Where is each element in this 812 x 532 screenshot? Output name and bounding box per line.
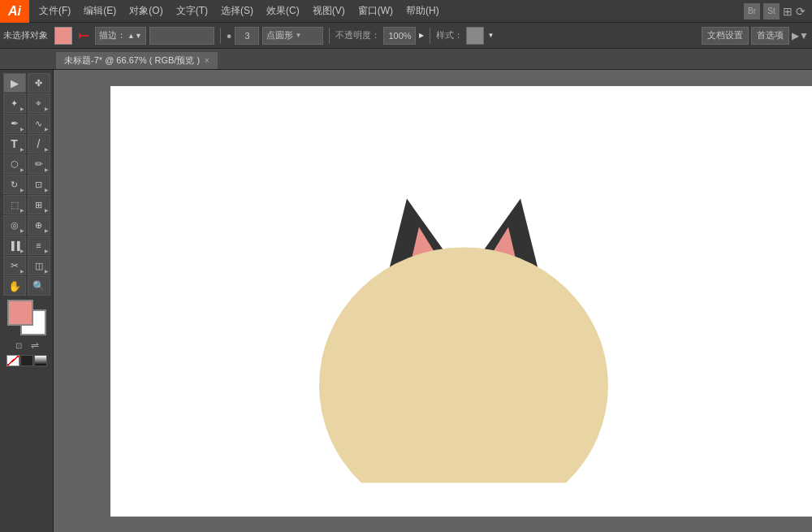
style-label: 样式： bbox=[436, 29, 463, 41]
default-colors-icon[interactable]: ⊡ bbox=[11, 339, 26, 352]
doc-tabs: 未标题-7* @ 66.67% ( RGB/预览 ) × bbox=[0, 49, 812, 70]
main-area: ▶ ✤ ✦ ▶ ⌖ ▶ ✒ ▶ ∿ ▶ bbox=[0, 70, 812, 532]
paintbrush-tool[interactable]: ✏ ▶ bbox=[28, 154, 50, 174]
column-graph-tool[interactable]: ▐▐ ▶ bbox=[3, 236, 26, 255]
bridge-icon[interactable]: Br bbox=[744, 3, 760, 19]
style-arrow: ▼ bbox=[487, 32, 494, 39]
toolbar-end: 文档设置 首选项 ▶▼ bbox=[702, 27, 809, 45]
canvas-area[interactable] bbox=[54, 70, 812, 532]
color-mode-row bbox=[6, 355, 47, 366]
brush-type-dropdown[interactable]: 点圆形 ▼ bbox=[262, 27, 323, 45]
zoom-tool[interactable]: 🔍 bbox=[28, 276, 50, 296]
select-tool[interactable]: ▶ bbox=[3, 73, 26, 93]
menu-view[interactable]: 视图(V) bbox=[306, 1, 352, 21]
blend-tool[interactable]: ◎ ▶ bbox=[3, 215, 26, 235]
cat-svg bbox=[301, 134, 626, 483]
separator-3 bbox=[430, 28, 430, 44]
stock-icon[interactable]: St bbox=[763, 3, 780, 19]
doc-tab-close[interactable]: × bbox=[205, 56, 209, 65]
type-tool[interactable]: T ▶ bbox=[3, 134, 26, 154]
curvature-tool[interactable]: ∿ ▶ bbox=[28, 114, 50, 133]
separator-1 bbox=[220, 28, 221, 44]
grid-icon[interactable]: ⊞ bbox=[783, 5, 793, 18]
menu-items: 文件(F) 编辑(E) 对象(O) 文字(T) 选择(S) 效果(C) 视图(V… bbox=[29, 1, 446, 21]
swatch-main bbox=[7, 300, 46, 335]
lasso-tool[interactable]: ⌖ ▶ bbox=[28, 93, 50, 113]
tool-row-6: ↻ ▶ ⊡ ▶ bbox=[3, 175, 50, 194]
separator-2 bbox=[329, 28, 330, 44]
tool-row-8: ◎ ▶ ⊕ ▶ bbox=[3, 215, 50, 235]
stroke-icon bbox=[76, 28, 92, 44]
tool-row-9: ▐▐ ▶ ≡ ▶ bbox=[3, 236, 50, 255]
stroke-label: 描边： bbox=[99, 29, 126, 41]
menu-type[interactable]: 文字(T) bbox=[170, 1, 214, 21]
shape-tool[interactable]: ⬡ ▶ bbox=[3, 154, 26, 174]
opacity-arrow: ▶ bbox=[419, 32, 424, 39]
cat-illustration bbox=[301, 134, 626, 483]
tool-row-11: ✋ 🔍 bbox=[3, 276, 50, 296]
menu-object[interactable]: 对象(O) bbox=[123, 1, 169, 21]
cat-head bbox=[319, 248, 608, 483]
tool-row-4: T ▶ / ▶ bbox=[3, 134, 50, 154]
tool-row-3: ✒ ▶ ∿ ▶ bbox=[3, 114, 50, 133]
magic-wand-tool[interactable]: ✦ ▶ bbox=[3, 93, 26, 113]
bar-graph-tool[interactable]: ≡ ▶ bbox=[28, 236, 50, 255]
doc-tab-name: 未标题-7* @ 66.67% ( RGB/预览 ) bbox=[64, 54, 200, 67]
foreground-color-swatch[interactable] bbox=[7, 300, 33, 326]
toolbar: 未选择对象 描边： ▲▼ ● 点圆形 ▼ 不透明度： ▶ 样式： ▼ 文档设置 … bbox=[0, 23, 812, 49]
swap-colors-icon[interactable]: ⇌ bbox=[28, 339, 42, 352]
opacity-label: 不透明度： bbox=[335, 29, 380, 41]
color-mode-black[interactable] bbox=[20, 355, 33, 366]
document-tab[interactable]: 未标题-7* @ 66.67% ( RGB/预览 ) × bbox=[55, 51, 218, 69]
menu-select[interactable]: 选择(S) bbox=[214, 1, 260, 21]
fill-color-box[interactable] bbox=[54, 27, 72, 45]
eraser-tool[interactable]: ◫ ▶ bbox=[28, 256, 50, 275]
scale-tool[interactable]: ⊡ ▶ bbox=[28, 175, 50, 194]
direct-select-tool[interactable]: ✤ bbox=[28, 73, 50, 93]
menu-effect[interactable]: 效果(C) bbox=[260, 1, 306, 21]
symbol-tool[interactable]: ⊕ ▶ bbox=[28, 215, 50, 235]
preferences-button[interactable]: 首选项 bbox=[751, 27, 789, 45]
brush-size-label: ● bbox=[227, 31, 232, 41]
swatch-small-icons: ⊡ ⇌ bbox=[11, 339, 42, 352]
tool-row-1: ▶ ✤ bbox=[3, 73, 50, 93]
no-selection-label: 未选择对象 bbox=[3, 29, 51, 41]
menu-file[interactable]: 文件(F) bbox=[32, 1, 77, 21]
color-mode-gradient[interactable] bbox=[34, 355, 47, 366]
menu-help[interactable]: 帮助(H) bbox=[400, 1, 446, 21]
stroke-arrows: ▲▼ bbox=[127, 32, 142, 40]
pen-tool[interactable]: ✒ ▶ bbox=[3, 114, 26, 133]
tool-row-5: ⬡ ▶ ✏ ▶ bbox=[3, 154, 50, 174]
menu-bar: Ai 文件(F) 编辑(E) 对象(O) 文字(T) 选择(S) 效果(C) 视… bbox=[0, 0, 812, 23]
free-transform-tool[interactable]: ⊞ ▶ bbox=[28, 195, 50, 214]
brush-size-input[interactable] bbox=[235, 27, 259, 45]
svg-marker-1 bbox=[79, 32, 83, 39]
color-swatches: ⊡ ⇌ bbox=[2, 300, 51, 366]
line-tool[interactable]: / ▶ bbox=[28, 134, 50, 154]
opacity-input[interactable] bbox=[383, 27, 416, 45]
artboard bbox=[110, 86, 812, 517]
stroke-color-preview[interactable] bbox=[149, 27, 214, 45]
stroke-dropdown[interactable]: 描边： ▲▼ bbox=[95, 27, 146, 45]
toolbar-extra-icon[interactable]: ▶▼ bbox=[792, 30, 809, 41]
scissors-tool[interactable]: ✂ ▶ bbox=[3, 256, 26, 275]
style-box[interactable] bbox=[466, 27, 484, 45]
doc-settings-button[interactable]: 文档设置 bbox=[702, 27, 749, 45]
tool-row-7: ⬚ ▶ ⊞ ▶ bbox=[3, 195, 50, 214]
hand-tool[interactable]: ✋ bbox=[3, 276, 26, 296]
tool-row-10: ✂ ▶ ◫ ▶ bbox=[3, 256, 50, 275]
ai-logo: Ai bbox=[0, 0, 29, 23]
menu-edit[interactable]: 编辑(E) bbox=[77, 1, 123, 21]
menu-window[interactable]: 窗口(W) bbox=[352, 1, 400, 21]
rotate-tool[interactable]: ↻ ▶ bbox=[3, 175, 26, 194]
warp-tool[interactable]: ⬚ ▶ bbox=[3, 195, 26, 214]
tool-row-2: ✦ ▶ ⌖ ▶ bbox=[3, 93, 50, 113]
color-mode-none[interactable] bbox=[6, 355, 19, 366]
sync-icon[interactable]: ⟳ bbox=[796, 5, 806, 18]
brush-type-label: 点圆形 bbox=[266, 29, 293, 41]
tools-panel: ▶ ✤ ✦ ▶ ⌖ ▶ ✒ ▶ ∿ ▶ bbox=[0, 70, 54, 532]
